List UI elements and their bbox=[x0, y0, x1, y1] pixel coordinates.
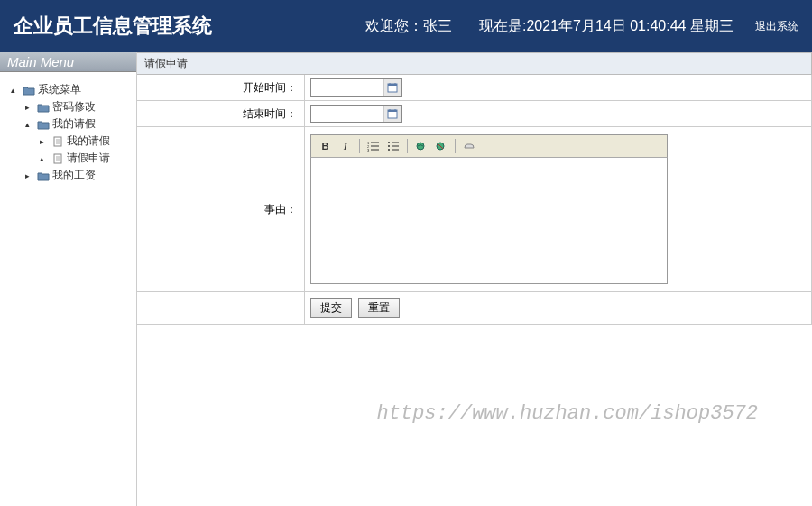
svg-point-26 bbox=[388, 149, 390, 151]
editor-textarea[interactable] bbox=[310, 158, 668, 284]
app-title: 企业员工信息管理系统 bbox=[14, 13, 212, 40]
end-time-label: 结束时间： bbox=[137, 101, 304, 127]
username: 张三 bbox=[423, 18, 452, 33]
ordered-list-button[interactable]: 123 bbox=[364, 138, 383, 154]
tree-toggle-icon[interactable]: ▸ bbox=[25, 171, 34, 180]
folder-icon bbox=[22, 84, 36, 97]
folder-icon bbox=[36, 170, 51, 182]
folder-icon bbox=[36, 118, 51, 131]
tree-item-3[interactable]: ▸我的请假 bbox=[4, 133, 133, 150]
tree-label: 密码修改 bbox=[52, 99, 96, 115]
tree-item-5[interactable]: ▸我的工资 bbox=[4, 167, 133, 184]
sidebar: Main Menu ▴系统菜单▸密码修改▴我的请假▸我的请假▴请假申请▸我的工资 bbox=[0, 52, 137, 506]
logout-link[interactable]: 退出系统 bbox=[755, 19, 798, 34]
link-button[interactable] bbox=[412, 138, 430, 154]
panel-title: 请假申请 bbox=[137, 52, 812, 75]
about-button[interactable] bbox=[460, 138, 478, 154]
bold-button[interactable]: B bbox=[317, 138, 335, 154]
tree-item-2[interactable]: ▴我的请假 bbox=[4, 115, 133, 133]
calendar-icon[interactable] bbox=[383, 106, 401, 122]
svg-text:3: 3 bbox=[367, 148, 370, 152]
submit-button[interactable]: 提交 bbox=[310, 298, 352, 318]
tree-toggle-icon[interactable]: ▸ bbox=[40, 137, 49, 146]
start-time-label: 开始时间： bbox=[137, 75, 304, 101]
content-area: 请假申请 开始时间： 结束时间： bbox=[137, 52, 812, 506]
start-time-field[interactable] bbox=[310, 78, 402, 97]
tree-label: 我的工资 bbox=[52, 168, 96, 183]
svg-point-24 bbox=[388, 145, 390, 147]
leave-form: 开始时间： 结束时间： bbox=[137, 75, 812, 325]
unlink-button[interactable] bbox=[432, 138, 450, 154]
tree-toggle-icon[interactable]: ▴ bbox=[25, 120, 34, 129]
reset-button[interactable]: 重置 bbox=[358, 298, 400, 318]
editor-toolbar: B I 123 bbox=[310, 134, 668, 158]
end-time-input[interactable] bbox=[311, 106, 383, 122]
rich-editor: B I 123 bbox=[310, 131, 807, 288]
tree-label: 我的请假 bbox=[67, 133, 110, 149]
toolbar-separator bbox=[359, 139, 360, 153]
reason-label: 事由： bbox=[137, 127, 304, 292]
tree-item-0[interactable]: ▴系统菜单 bbox=[4, 81, 133, 98]
tree-item-4[interactable]: ▴请假申请 bbox=[4, 150, 133, 167]
tree-toggle-icon[interactable]: ▴ bbox=[11, 86, 20, 95]
tree-item-1[interactable]: ▸密码修改 bbox=[4, 98, 133, 115]
tree-label: 我的请假 bbox=[52, 116, 96, 132]
tree-label: 系统菜单 bbox=[38, 82, 81, 97]
tree-label: 请假申请 bbox=[67, 151, 110, 166]
datetime-text: 现在是:2021年7月14日 01:40:44 星期三 bbox=[479, 17, 734, 36]
sidebar-title: Main Menu bbox=[0, 52, 136, 72]
nav-tree: ▴系统菜单▸密码修改▴我的请假▸我的请假▴请假申请▸我的工资 bbox=[0, 72, 136, 193]
tree-toggle-icon[interactable]: ▴ bbox=[40, 154, 49, 163]
end-time-field[interactable] bbox=[310, 105, 402, 123]
unordered-list-button[interactable] bbox=[384, 138, 402, 154]
toolbar-separator bbox=[455, 139, 456, 153]
folder-icon bbox=[36, 101, 51, 114]
start-time-input[interactable] bbox=[311, 79, 383, 96]
italic-button[interactable]: I bbox=[337, 138, 355, 154]
tree-toggle-icon[interactable]: ▸ bbox=[25, 103, 34, 112]
calendar-icon[interactable] bbox=[383, 79, 401, 96]
file-icon bbox=[51, 152, 65, 165]
file-icon bbox=[51, 135, 65, 148]
welcome-text: 欢迎您：张三 bbox=[365, 17, 452, 36]
app-header: 企业员工信息管理系统 欢迎您：张三 现在是:2021年7月14日 01:40:4… bbox=[0, 0, 812, 52]
toolbar-separator bbox=[407, 139, 408, 153]
svg-point-22 bbox=[388, 142, 390, 143]
